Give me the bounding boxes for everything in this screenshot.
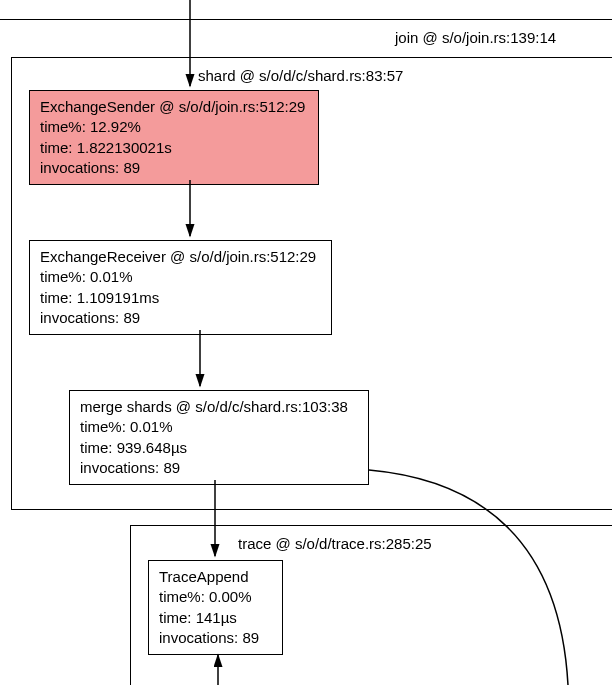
trace-label: trace @ s/o/d/trace.rs:285:25 — [238, 535, 432, 552]
node-time: time: 1.109191ms — [40, 288, 321, 308]
node-merge-shards: merge shards @ s/o/d/c/shard.rs:103:38 t… — [69, 390, 369, 485]
node-invocations: invocations: 89 — [40, 308, 321, 328]
node-time: time: 141µs — [159, 608, 272, 628]
node-time: time: 939.648µs — [80, 438, 358, 458]
divider-top — [0, 19, 612, 20]
node-exchange-sender: ExchangeSender @ s/o/d/join.rs:512:29 ti… — [29, 90, 319, 185]
node-title: merge shards @ s/o/d/c/shard.rs:103:38 — [80, 397, 358, 417]
node-timepct: time%: 0.00% — [159, 587, 272, 607]
shard-label: shard @ s/o/d/c/shard.rs:83:57 — [198, 67, 403, 84]
node-trace-append: TraceAppend time%: 0.00% time: 141µs inv… — [148, 560, 283, 655]
node-timepct: time%: 12.92% — [40, 117, 308, 137]
node-time: time: 1.822130021s — [40, 138, 308, 158]
node-invocations: invocations: 89 — [40, 158, 308, 178]
node-timepct: time%: 0.01% — [40, 267, 321, 287]
node-title: ExchangeSender @ s/o/d/join.rs:512:29 — [40, 97, 308, 117]
node-invocations: invocations: 89 — [159, 628, 272, 648]
node-exchange-receiver: ExchangeReceiver @ s/o/d/join.rs:512:29 … — [29, 240, 332, 335]
node-timepct: time%: 0.01% — [80, 417, 358, 437]
node-title: TraceAppend — [159, 567, 272, 587]
node-invocations: invocations: 89 — [80, 458, 358, 478]
node-title: ExchangeReceiver @ s/o/d/join.rs:512:29 — [40, 247, 321, 267]
join-label: join @ s/o/join.rs:139:14 — [395, 29, 556, 46]
